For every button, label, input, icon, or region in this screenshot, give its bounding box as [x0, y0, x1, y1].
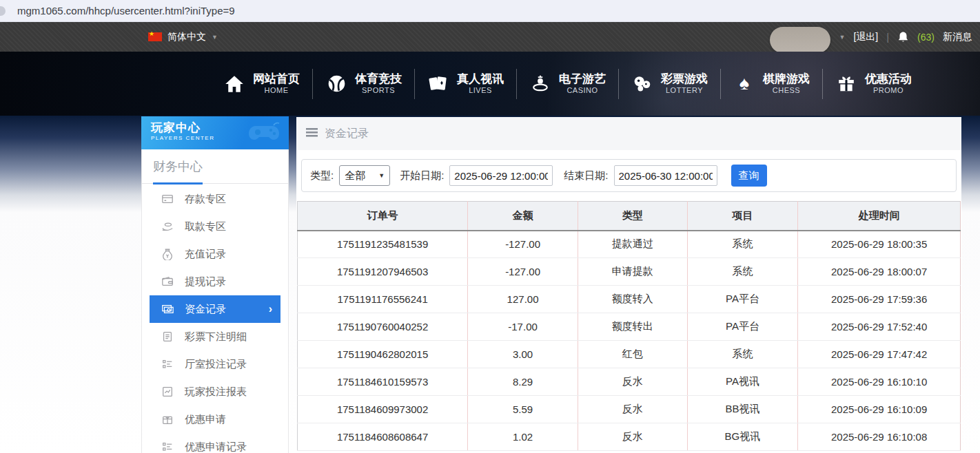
sidebar-section-title: 财务中心	[142, 149, 288, 184]
wallet-icon	[161, 275, 174, 288]
search-button[interactable]: 查询	[731, 165, 767, 187]
list-icon	[161, 358, 174, 370]
language-label: 简体中文	[167, 31, 206, 43]
table-cell: 系统	[687, 258, 798, 286]
nav-label-en: PROMO	[873, 86, 904, 96]
table-cell: 2025-06-29 16:10:10	[798, 368, 961, 396]
divider: |	[886, 31, 889, 43]
username-redacted-pill[interactable]	[770, 27, 830, 53]
table-cell: 2025-06-29 16:10:08	[798, 423, 961, 451]
hamburger-icon	[306, 127, 318, 140]
url-text: mgm1065.com/hhcp/usercenter.html?iniType…	[17, 5, 235, 17]
table-cell: PA平台	[687, 313, 798, 341]
table-cell: 1751190760040252	[298, 313, 468, 341]
nav-label-en: LIVES	[469, 86, 492, 96]
type-label: 类型:	[310, 169, 334, 182]
nav-label-en: LOTTERY	[666, 86, 703, 96]
sidebar-item-label: 存款专区	[185, 193, 226, 206]
table-cell: 提款通过	[578, 231, 687, 258]
gift-icon	[836, 75, 857, 93]
messages-link[interactable]: 新消息	[943, 31, 972, 43]
sidebar-item-promo-apply[interactable]: 优惠申请	[150, 405, 280, 433]
document-icon	[161, 330, 174, 343]
sidebar-item-recharge-record[interactable]: 充值记录	[150, 240, 280, 268]
bell-icon[interactable]	[897, 31, 909, 43]
moneybag-icon	[161, 248, 174, 260]
home-icon	[224, 75, 245, 93]
table-row: 1751191176556241127.00额度转入PA平台2025-06-29…	[298, 286, 961, 313]
sidebar-item-withdraw-record[interactable]: 提现记录	[150, 268, 280, 295]
logout-link[interactable]: [退出]	[853, 31, 878, 43]
table-cell: 2025-06-29 17:59:36	[798, 286, 961, 313]
table-cell: 额度转入	[578, 286, 687, 313]
table-cell: 5.59	[468, 396, 578, 423]
table-row: 17511846086086471.02反水BG视讯2025-06-29 16:…	[298, 423, 961, 451]
sidebar-item-promo-apply-record[interactable]: 优惠申请记录	[150, 433, 280, 453]
table-cell: 1751184610159573	[298, 368, 468, 396]
withdraw-hand-icon	[161, 220, 174, 233]
table-cell: 1751184609973002	[298, 396, 468, 423]
china-flag-icon: ★	[148, 32, 162, 41]
table-cell: 1751191176556241	[298, 286, 468, 313]
table-row: 1751190760040252-17.00额度转出PA平台2025-06-29…	[298, 313, 961, 341]
sidebar-item-label: 提现记录	[185, 275, 226, 288]
type-select[interactable]: 全部 ▼	[339, 165, 390, 186]
sidebar-item-hall-bet-record[interactable]: 厅室投注记录	[150, 350, 280, 378]
sidebar-item-player-bet-report[interactable]: 玩家投注报表	[150, 378, 280, 405]
nav-item-promo[interactable]: 优惠活动PROMO	[823, 65, 925, 103]
nav-label-en: CASINO	[566, 86, 598, 96]
end-date-input[interactable]	[614, 165, 717, 186]
nav-label-en: CHESS	[773, 86, 800, 96]
col-order-id: 订单号	[298, 202, 468, 231]
sidebar: 玩家中心 PLAYERS CENTER 财务中心 存款专区 取款专区	[141, 117, 289, 453]
browser-tab-stub-icon	[0, 6, 6, 16]
sidebar-item-lottery-bet-detail[interactable]: 彩票下注明细	[150, 323, 280, 350]
end-date-label: 结束日期:	[564, 169, 608, 182]
sidebar-item-withdraw-zone[interactable]: 取款专区	[150, 213, 280, 240]
chevron-down-icon[interactable]: ▼	[839, 34, 845, 41]
nav-item-lives[interactable]: 真人视讯LIVES	[415, 65, 517, 103]
chevron-down-icon: ▼	[378, 172, 385, 179]
promo-box-icon	[161, 413, 174, 425]
table-cell: BB视讯	[687, 396, 798, 423]
playing-cards-icon	[428, 74, 449, 93]
table-cell: 申请提款	[578, 258, 687, 286]
table-cell: 2025-06-29 18:00:07	[798, 258, 961, 286]
type-select-value: 全部	[345, 169, 365, 182]
start-date-input[interactable]	[449, 165, 553, 186]
account-bar: ★ 简体中文 ▼ ▼ [退出] | (63) 新消息	[0, 22, 980, 52]
report-chart-icon	[161, 386, 174, 398]
table-cell: 1751190462802015	[298, 341, 468, 368]
deposit-card-icon	[161, 193, 174, 205]
table-row: 1751191235481539-127.00提款通过系统2025-06-29 …	[298, 231, 961, 258]
message-count[interactable]: (63)	[917, 32, 935, 43]
nav-item-casino[interactable]: 电子游艺CASINO	[517, 65, 619, 103]
page: mgm1065.com/hhcp/usercenter.html?iniType…	[0, 0, 980, 453]
language-selector[interactable]: ★ 简体中文 ▼	[148, 22, 218, 52]
sidebar-item-label: 取款专区	[185, 220, 226, 233]
content-panel: 资金记录 类型: 全部 ▼ 开始日期: 结束日期: 查询 订单号	[296, 117, 961, 453]
sports-ball-icon	[326, 74, 347, 93]
gamepad-icon	[246, 120, 282, 147]
sidebar-item-deposit-zone[interactable]: 存款专区	[150, 185, 280, 213]
col-processed-time: 处理时间	[798, 202, 961, 231]
table-cell: 1751191235481539	[298, 231, 468, 258]
nav-item-home[interactable]: 网站首页HOME	[211, 65, 313, 103]
table-cell: 2025-06-29 17:52:40	[798, 313, 961, 341]
page-title: 资金记录	[325, 127, 369, 141]
nav-item-sports[interactable]: 体育竞技SPORTS	[313, 65, 415, 103]
nav-label-zh: 真人视讯	[457, 72, 504, 86]
chevron-right-icon: ›	[269, 303, 272, 315]
nav-item-chess[interactable]: ♠ 棋牌游戏CHESS	[721, 65, 823, 103]
table-cell: 2025-06-29 18:00:35	[798, 231, 961, 258]
sidebar-item-label: 资金记录	[185, 303, 226, 316]
sidebar-item-funds-record[interactable]: 资金记录 ›	[150, 295, 280, 323]
nav-label-zh: 优惠活动	[865, 72, 912, 86]
sidebar-menu: 存款专区 取款专区 充值记录 提现记录 资金记录 ›	[142, 184, 288, 453]
table-cell: 8.29	[468, 368, 578, 396]
nav-item-lottery[interactable]: 彩票游戏LOTTERY	[619, 65, 721, 103]
col-amount: 金额	[468, 202, 578, 231]
table-row: 17511846101595738.29反水PA视讯2025-06-29 16:…	[298, 368, 961, 396]
browser-address-bar[interactable]: mgm1065.com/hhcp/usercenter.html?iniType…	[0, 0, 980, 22]
nav-label-zh: 网站首页	[253, 72, 300, 86]
